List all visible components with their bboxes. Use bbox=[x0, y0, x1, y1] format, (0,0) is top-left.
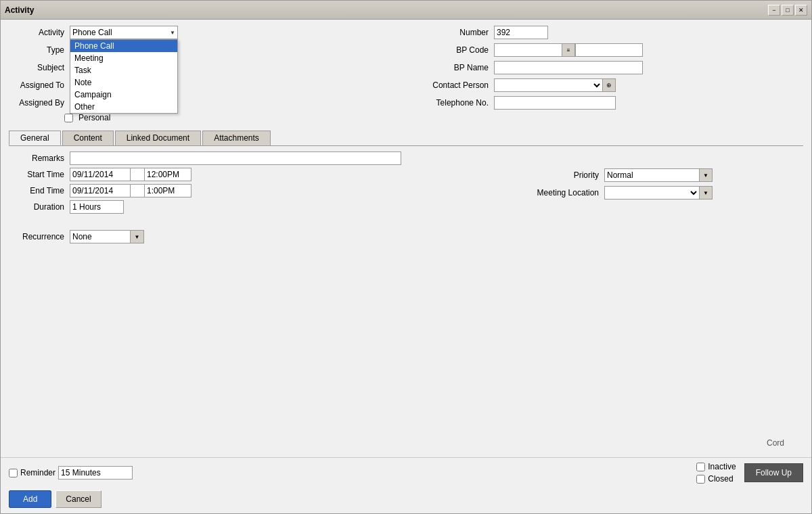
assigned-by-label: Assigned By bbox=[9, 98, 70, 108]
number-row: Number bbox=[420, 25, 803, 40]
tab-content[interactable]: Content bbox=[62, 131, 114, 145]
duration-row: Duration bbox=[9, 200, 191, 214]
activity-window: Activity − □ ✕ Activity Phone Call ▼ bbox=[0, 0, 812, 514]
dropdown-item-campaign[interactable]: Campaign bbox=[70, 89, 177, 101]
remarks-input[interactable] bbox=[70, 151, 401, 165]
number-input[interactable] bbox=[494, 26, 548, 39]
recurrence-section: Recurrence ▼ bbox=[9, 230, 803, 243]
subject-row: Subject bbox=[9, 60, 392, 75]
dropdown-item-phone-call[interactable]: Phone Call bbox=[70, 40, 177, 52]
tabs-section: General Content Linked Document Attachme… bbox=[9, 131, 803, 146]
telephone-label: Telephone No. bbox=[420, 98, 494, 108]
tab-attachments[interactable]: Attachments bbox=[202, 131, 271, 145]
end-date-input[interactable] bbox=[70, 184, 131, 197]
contact-person-select[interactable] bbox=[494, 78, 602, 92]
closed-checkbox[interactable] bbox=[696, 475, 705, 484]
restore-button[interactable]: □ bbox=[782, 5, 794, 16]
follow-up-button[interactable]: Follow Up bbox=[744, 463, 803, 482]
personal-row: Personal bbox=[9, 113, 392, 122]
activity-dropdown-menu: Phone Call Meeting Task Note Campaign Ot… bbox=[70, 39, 178, 114]
activity-dropdown-arrow: ▼ bbox=[170, 30, 175, 36]
contact-person-label: Contact Person bbox=[420, 80, 494, 90]
bp-code-button[interactable]: ≡ bbox=[562, 43, 575, 57]
meeting-location-arrow[interactable]: ▼ bbox=[699, 186, 713, 200]
bottom-bar: Reminder Inactive Closed Follow Up bbox=[1, 457, 811, 488]
bp-name-row: BP Name bbox=[420, 60, 803, 75]
time-section: Start Time End Time Duration bbox=[9, 168, 191, 216]
cancel-button[interactable]: Cancel bbox=[55, 490, 101, 508]
tab-linked-document[interactable]: Linked Document bbox=[115, 131, 201, 145]
start-time-separator bbox=[131, 168, 144, 181]
action-buttons: Add Cancel bbox=[1, 488, 811, 513]
end-time-label: End Time bbox=[9, 186, 70, 195]
dropdown-item-task[interactable]: Task bbox=[70, 64, 177, 76]
telephone-input[interactable] bbox=[494, 96, 616, 110]
dropdown-item-other[interactable]: Other bbox=[70, 101, 177, 113]
bp-code-row: BP Code ≡ bbox=[420, 43, 803, 57]
content-area: Activity Phone Call ▼ Phone Call Meeting… bbox=[1, 20, 811, 457]
dropdown-item-meeting[interactable]: Meeting bbox=[70, 52, 177, 64]
add-button[interactable]: Add bbox=[9, 490, 51, 508]
left-section: Activity Phone Call ▼ Phone Call Meeting… bbox=[9, 25, 406, 125]
meeting-location-select[interactable] bbox=[604, 186, 699, 200]
start-time-row: Start Time bbox=[9, 168, 191, 181]
reminder-checkbox[interactable] bbox=[9, 469, 18, 477]
close-button[interactable]: ✕ bbox=[795, 5, 807, 16]
tab-general[interactable]: General bbox=[9, 131, 61, 145]
start-date-input[interactable] bbox=[70, 168, 131, 181]
bp-code-input[interactable] bbox=[494, 43, 562, 57]
bp-code-secondary-input[interactable] bbox=[575, 43, 643, 57]
time-priority-section: Start Time End Time Duration bbox=[9, 168, 803, 216]
meeting-location-label: Meeting Location bbox=[530, 188, 604, 197]
priority-section: Priority ▼ Meeting Location ▼ bbox=[530, 168, 713, 216]
inactive-label: Inactive bbox=[708, 462, 736, 471]
contact-person-button[interactable]: ⊕ bbox=[602, 78, 616, 92]
assigned-by-row: Assigned By bbox=[9, 95, 392, 110]
tabs-list: General Content Linked Document Attachme… bbox=[9, 131, 803, 145]
activity-row: Activity Phone Call ▼ Phone Call Meeting… bbox=[9, 25, 392, 40]
window-title: Activity bbox=[5, 5, 34, 15]
priority-wrapper: ▼ bbox=[604, 168, 713, 182]
bottom-left: Reminder bbox=[9, 466, 133, 480]
type-row: Type bbox=[9, 43, 392, 57]
activity-dropdown-value: Phone Call bbox=[72, 28, 112, 37]
priority-dropdown-arrow[interactable]: ▼ bbox=[699, 168, 713, 182]
assigned-to-row: Assigned To bbox=[9, 78, 392, 93]
priority-input[interactable] bbox=[604, 168, 699, 182]
minimize-button[interactable]: − bbox=[768, 5, 780, 16]
duration-input[interactable] bbox=[70, 200, 124, 214]
end-time-separator bbox=[131, 184, 144, 197]
meeting-location-wrapper: ▼ bbox=[604, 186, 713, 200]
cord-text: Cord bbox=[767, 438, 784, 448]
reminder-section: Reminder bbox=[9, 466, 133, 480]
bp-code-wrapper: ≡ bbox=[494, 43, 643, 57]
remarks-row: Remarks bbox=[9, 151, 803, 165]
assigned-to-label: Assigned To bbox=[9, 80, 70, 90]
activity-label: Activity bbox=[9, 28, 70, 37]
title-bar-buttons: − □ ✕ bbox=[768, 5, 807, 16]
activity-dropdown[interactable]: Phone Call ▼ bbox=[70, 26, 178, 39]
inactive-closed-section: Inactive Closed bbox=[696, 462, 736, 484]
contact-wrapper: ⊕ bbox=[494, 78, 616, 92]
inactive-checkbox[interactable] bbox=[696, 463, 705, 471]
recurrence-label: Recurrence bbox=[9, 232, 70, 241]
bp-name-input[interactable] bbox=[494, 61, 643, 74]
personal-label: Personal bbox=[78, 113, 110, 122]
recurrence-input[interactable] bbox=[70, 230, 131, 243]
recurrence-arrow[interactable]: ▼ bbox=[131, 230, 144, 243]
start-time-label: Start Time bbox=[9, 170, 70, 179]
personal-checkbox[interactable] bbox=[64, 114, 73, 122]
start-time-input[interactable] bbox=[144, 168, 191, 181]
priority-label: Priority bbox=[530, 170, 604, 180]
end-time-input[interactable] bbox=[144, 184, 191, 197]
priority-row: Priority ▼ bbox=[530, 168, 713, 183]
bp-name-label: BP Name bbox=[420, 63, 494, 72]
meeting-location-row: Meeting Location ▼ bbox=[530, 185, 713, 200]
number-label: Number bbox=[420, 28, 494, 37]
bottom-right: Inactive Closed Follow Up bbox=[696, 462, 803, 484]
reminder-input[interactable] bbox=[58, 466, 133, 480]
recurrence-wrapper: ▼ bbox=[70, 230, 144, 243]
title-bar: Activity − □ ✕ bbox=[1, 1, 811, 20]
dropdown-item-note[interactable]: Note bbox=[70, 76, 177, 89]
reminder-label: Reminder bbox=[20, 468, 55, 477]
